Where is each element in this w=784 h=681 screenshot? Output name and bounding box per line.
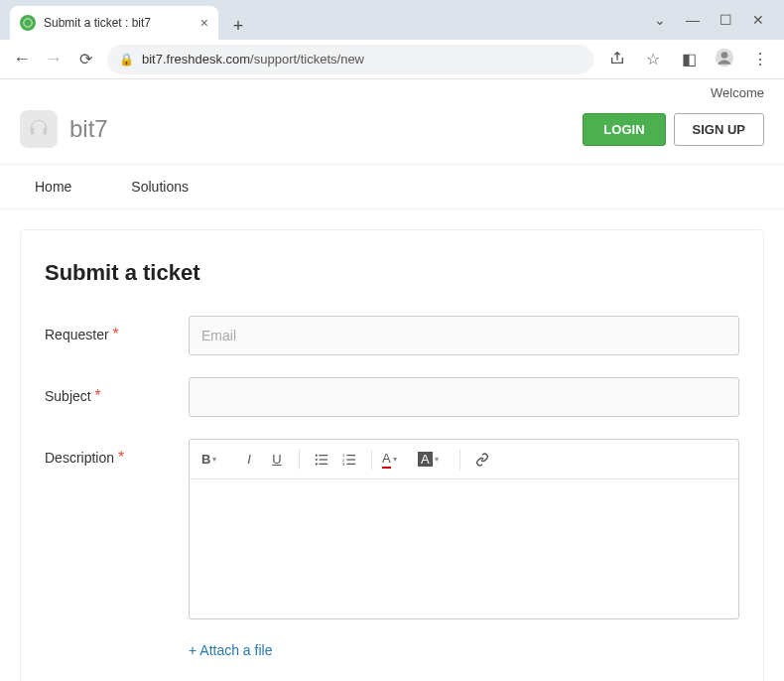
lock-icon: 🔒 [119,53,134,67]
svg-rect-6 [319,459,327,460]
underline-button[interactable]: U [265,448,289,472]
svg-rect-8 [319,463,327,464]
italic-button[interactable]: I [237,448,261,472]
ticket-form-card: Submit a ticket Requester * Subject * [20,229,764,681]
forward-button[interactable]: → [44,49,64,69]
subject-label: Subject * [45,377,189,405]
text-color-button[interactable]: A▾ [382,448,414,472]
url-bar[interactable]: 🔒 bit7.freshdesk.com/support/tickets/new [107,45,593,74]
page-header: bit7 LOGIN SIGN UP [0,100,784,164]
brand-name: bit7 [69,115,108,143]
nav-home[interactable]: Home [35,179,71,195]
bold-button[interactable]: B▾ [201,448,233,472]
browser-titlebar: Submit a ticket : bit7 × + ⌄ — ☐ ✕ [0,0,784,40]
maximize-icon[interactable]: ☐ [719,12,732,28]
svg-rect-4 [319,455,327,456]
tab-title: Submit a ticket : bit7 [44,16,193,30]
extension-icon[interactable]: ◧ [677,50,701,68]
nav-solutions[interactable]: Solutions [131,179,189,195]
new-tab-button[interactable]: + [224,12,252,40]
reload-button[interactable]: ⟳ [75,50,95,68]
welcome-text: Welcome [0,79,784,100]
svg-point-3 [316,454,318,456]
svg-point-5 [316,458,318,460]
browser-toolbar: ← → ⟳ 🔒 bit7.freshdesk.com/support/ticke… [0,40,784,79]
tab-close-icon[interactable]: × [200,15,208,31]
minimize-icon[interactable]: — [686,12,700,28]
attach-file-link[interactable]: + Attach a file [189,642,272,658]
browser-tab[interactable]: Submit a ticket : bit7 × [10,6,218,40]
dropdown-icon[interactable]: ⌄ [654,12,666,28]
menu-icon[interactable]: ⋮ [748,50,772,68]
svg-point-7 [316,463,318,465]
signup-button[interactable]: SIGN UP [674,113,764,146]
back-button[interactable]: ← [12,49,32,69]
bookmark-icon[interactable]: ☆ [641,50,665,68]
logo-icon [20,110,58,148]
page-title: Submit a ticket [45,260,739,286]
requester-label: Requester * [45,316,189,343]
brand: bit7 [20,110,108,148]
editor-toolbar: B▾ I U 123 A▾ [190,440,738,479]
svg-point-0 [24,19,32,27]
login-button[interactable]: LOGIN [583,113,665,146]
description-editor: B▾ I U 123 A▾ [189,439,739,619]
unordered-list-button[interactable] [310,448,333,472]
description-label: Description * [45,439,189,467]
svg-rect-14 [346,463,355,464]
svg-text:3: 3 [342,462,345,467]
description-input[interactable] [190,479,738,618]
favicon-icon [20,15,36,31]
main-nav: Home Solutions [0,164,784,209]
svg-rect-12 [346,459,355,460]
bg-color-button[interactable]: A▾ [418,448,450,472]
subject-input[interactable] [189,377,739,417]
svg-rect-10 [346,455,355,456]
ordered-list-button[interactable]: 123 [337,448,361,472]
share-icon[interactable] [605,50,629,69]
close-window-icon[interactable]: ✕ [752,12,764,28]
profile-icon[interactable] [713,48,736,71]
link-button[interactable] [470,448,494,472]
url-text: bit7.freshdesk.com/support/tickets/new [142,52,582,67]
requester-input[interactable] [189,316,739,355]
page-viewport[interactable]: Welcome bit7 LOGIN SIGN UP Home Solution… [0,79,784,681]
svg-point-2 [721,52,728,59]
